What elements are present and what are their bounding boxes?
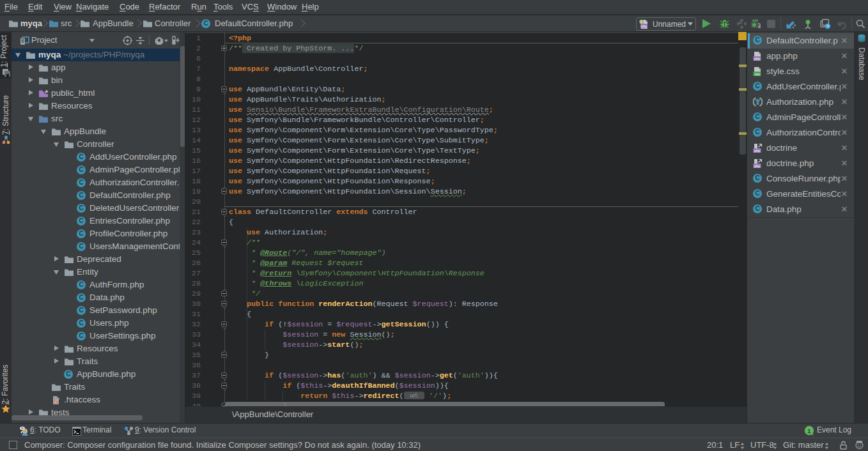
svg-text:php: php — [754, 164, 760, 168]
svg-text:1: 1 — [807, 427, 811, 434]
svg-text:css: css — [754, 72, 760, 76]
svg-text:php: php — [754, 57, 760, 61]
svg-text:php: php — [754, 149, 760, 153]
svg-text:php: php — [641, 24, 647, 28]
